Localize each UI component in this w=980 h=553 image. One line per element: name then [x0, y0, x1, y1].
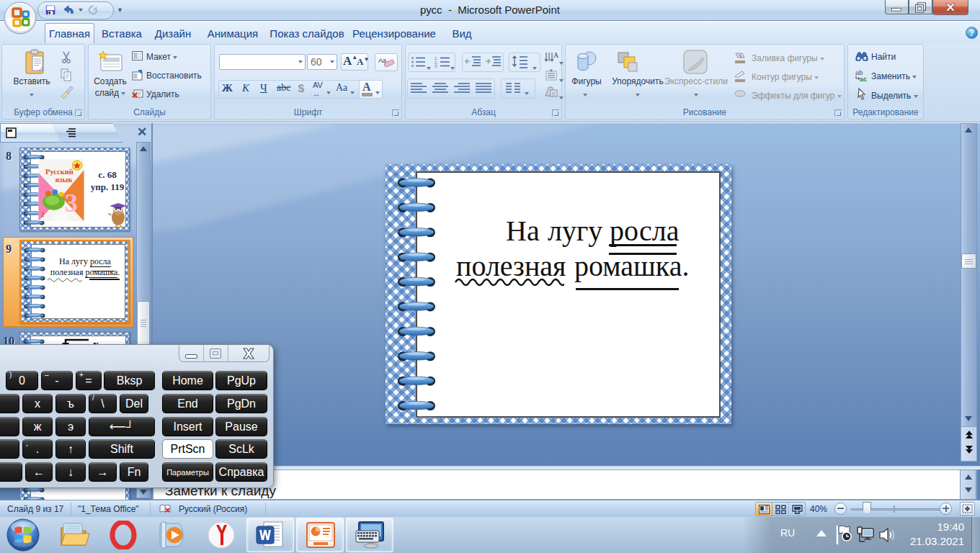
- svg-text:3: 3: [435, 64, 437, 68]
- svg-text:Русский: Русский: [45, 168, 74, 176]
- svg-text:2: 2: [41, 212, 44, 218]
- svg-text:3: 3: [65, 189, 78, 217]
- svg-text:А: А: [553, 51, 558, 59]
- svg-text:язык: язык: [55, 176, 73, 184]
- svg-text:ac: ac: [860, 76, 867, 82]
